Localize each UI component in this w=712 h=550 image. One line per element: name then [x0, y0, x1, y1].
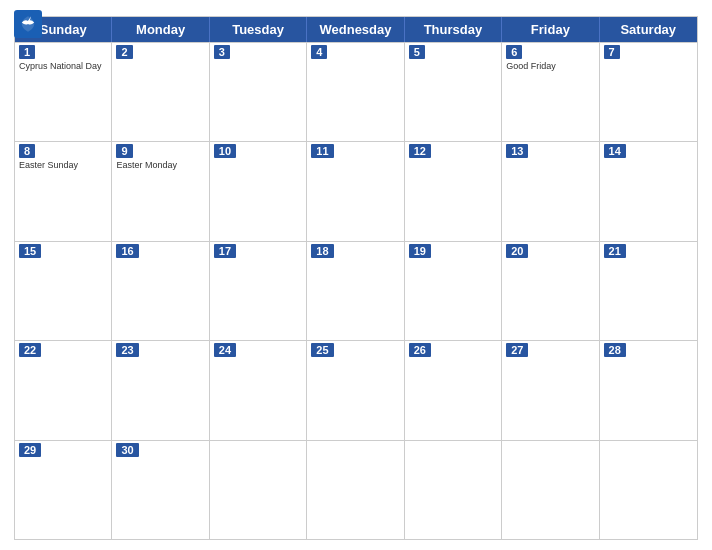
day-number: 25	[311, 343, 333, 357]
day-number: 2	[116, 45, 132, 59]
header-day-saturday: Saturday	[600, 17, 697, 42]
day-cell-w2-d4: 11	[307, 142, 404, 240]
day-number: 24	[214, 343, 236, 357]
day-number: 30	[116, 443, 138, 457]
day-cell-w5-d7	[600, 441, 697, 539]
week-row-3: 15161718192021	[15, 241, 697, 340]
day-cell-w1-d4: 4	[307, 43, 404, 141]
day-cell-w4-d2: 23	[112, 341, 209, 439]
day-cell-w2-d5: 12	[405, 142, 502, 240]
day-number: 6	[506, 45, 522, 59]
day-cell-w2-d1: 8Easter Sunday	[15, 142, 112, 240]
day-cell-w2-d7: 14	[600, 142, 697, 240]
day-number: 17	[214, 244, 236, 258]
header-day-thursday: Thursday	[405, 17, 502, 42]
day-cell-w1-d1: 1Cyprus National Day	[15, 43, 112, 141]
day-cell-w4-d5: 26	[405, 341, 502, 439]
day-event: Easter Monday	[116, 160, 204, 172]
day-cell-w3-d3: 17	[210, 242, 307, 340]
day-event: Good Friday	[506, 61, 594, 73]
day-number: 5	[409, 45, 425, 59]
day-cell-w3-d5: 19	[405, 242, 502, 340]
day-number: 19	[409, 244, 431, 258]
day-number: 18	[311, 244, 333, 258]
day-cell-w4-d7: 28	[600, 341, 697, 439]
calendar-grid: SundayMondayTuesdayWednesdayThursdayFrid…	[14, 16, 698, 540]
day-cell-w4-d3: 24	[210, 341, 307, 439]
calendar-page: SundayMondayTuesdayWednesdayThursdayFrid…	[0, 0, 712, 550]
day-cell-w4-d4: 25	[307, 341, 404, 439]
day-cell-w4-d6: 27	[502, 341, 599, 439]
day-number: 26	[409, 343, 431, 357]
day-number: 29	[19, 443, 41, 457]
day-cell-w1-d7: 7	[600, 43, 697, 141]
day-cell-w3-d7: 21	[600, 242, 697, 340]
logo-icon	[14, 10, 42, 38]
day-number: 15	[19, 244, 41, 258]
day-number: 9	[116, 144, 132, 158]
week-row-5: 2930	[15, 440, 697, 539]
day-cell-w1-d3: 3	[210, 43, 307, 141]
header-day-tuesday: Tuesday	[210, 17, 307, 42]
header-day-monday: Monday	[112, 17, 209, 42]
week-row-2: 8Easter Sunday9Easter Monday1011121314	[15, 141, 697, 240]
day-cell-w2-d2: 9Easter Monday	[112, 142, 209, 240]
day-cell-w5-d5	[405, 441, 502, 539]
day-number: 13	[506, 144, 528, 158]
day-number: 4	[311, 45, 327, 59]
day-cell-w4-d1: 22	[15, 341, 112, 439]
calendar-body: 1Cyprus National Day23456Good Friday78Ea…	[15, 42, 697, 539]
week-row-1: 1Cyprus National Day23456Good Friday7	[15, 42, 697, 141]
day-cell-w5-d2: 30	[112, 441, 209, 539]
day-cell-w3-d2: 16	[112, 242, 209, 340]
day-event: Easter Sunday	[19, 160, 107, 172]
day-cell-w1-d2: 2	[112, 43, 209, 141]
day-cell-w3-d1: 15	[15, 242, 112, 340]
day-number: 10	[214, 144, 236, 158]
day-cell-w3-d4: 18	[307, 242, 404, 340]
day-cell-w5-d4	[307, 441, 404, 539]
day-number: 14	[604, 144, 626, 158]
day-cell-w1-d5: 5	[405, 43, 502, 141]
day-number: 23	[116, 343, 138, 357]
header-day-wednesday: Wednesday	[307, 17, 404, 42]
day-number: 12	[409, 144, 431, 158]
day-number: 11	[311, 144, 333, 158]
day-cell-w2-d6: 13	[502, 142, 599, 240]
day-number: 1	[19, 45, 35, 59]
day-number: 27	[506, 343, 528, 357]
week-row-4: 22232425262728	[15, 340, 697, 439]
day-cell-w3-d6: 20	[502, 242, 599, 340]
day-number: 3	[214, 45, 230, 59]
day-number: 16	[116, 244, 138, 258]
day-number: 28	[604, 343, 626, 357]
header-day-friday: Friday	[502, 17, 599, 42]
day-cell-w1-d6: 6Good Friday	[502, 43, 599, 141]
day-event: Cyprus National Day	[19, 61, 107, 73]
day-cell-w5-d1: 29	[15, 441, 112, 539]
day-number: 21	[604, 244, 626, 258]
day-number: 8	[19, 144, 35, 158]
day-number: 20	[506, 244, 528, 258]
logo	[14, 10, 46, 38]
day-number: 7	[604, 45, 620, 59]
day-number: 22	[19, 343, 41, 357]
day-cell-w2-d3: 10	[210, 142, 307, 240]
calendar-header-row: SundayMondayTuesdayWednesdayThursdayFrid…	[15, 17, 697, 42]
day-cell-w5-d6	[502, 441, 599, 539]
day-cell-w5-d3	[210, 441, 307, 539]
